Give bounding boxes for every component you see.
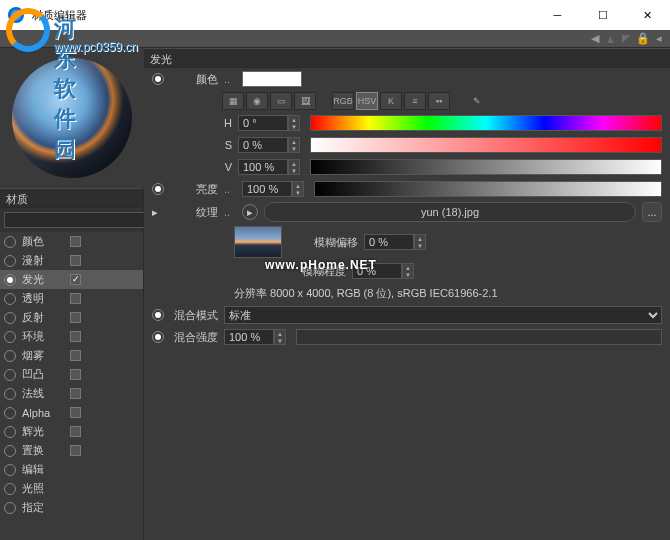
app-icon <box>8 7 24 23</box>
channel-checkbox[interactable] <box>70 331 81 342</box>
maximize-button[interactable]: ☐ <box>580 0 625 30</box>
s-down[interactable]: ▼ <box>289 145 299 152</box>
channel-指定[interactable]: 指定 <box>0 498 143 517</box>
val-slider[interactable] <box>310 159 662 175</box>
channel-checkbox[interactable] <box>70 426 81 437</box>
hue-slider[interactable] <box>310 115 662 131</box>
texture-file-field[interactable]: yun (18).jpg <box>264 202 636 222</box>
color-swatch[interactable] <box>242 71 302 87</box>
channel-checkbox[interactable] <box>70 445 81 456</box>
channel-置换[interactable]: 置换 <box>0 441 143 460</box>
layer-name-input[interactable] <box>4 212 152 228</box>
expand-dots[interactable]: .. <box>224 73 236 85</box>
lock-icon[interactable]: 🔒 <box>636 32 650 45</box>
nav-back-icon[interactable]: ◀ <box>591 32 599 45</box>
channel-光照[interactable]: 光照 <box>0 479 143 498</box>
picture-mode-icon[interactable]: 🖼 <box>294 92 316 110</box>
brightness-dots[interactable]: .. <box>224 183 236 195</box>
h-down[interactable]: ▼ <box>289 123 299 130</box>
channel-checkbox[interactable] <box>70 312 81 323</box>
channel-checkbox[interactable] <box>70 350 81 361</box>
channel-烟雾[interactable]: 烟雾 <box>0 346 143 365</box>
swatches-icon[interactable]: ▪▪ <box>428 92 450 110</box>
rgb-button[interactable]: RGB <box>332 92 354 110</box>
preview-sphere <box>12 58 132 178</box>
nav-fwd-icon[interactable]: ◤ <box>622 32 630 45</box>
blend-strength-ring-icon[interactable] <box>152 331 164 343</box>
channel-checkbox[interactable] <box>70 255 81 266</box>
channel-checkbox[interactable] <box>70 388 81 399</box>
texture-dots[interactable]: .. <box>224 206 236 218</box>
bright-down[interactable]: ▼ <box>293 189 303 196</box>
brightness-ring-icon[interactable] <box>152 183 164 195</box>
channel-checkbox[interactable] <box>70 407 81 418</box>
section-header-material: 材质 <box>0 188 143 208</box>
channel-checkbox[interactable] <box>70 236 81 247</box>
v-down[interactable]: ▼ <box>289 167 299 174</box>
color-ring-icon[interactable] <box>152 73 164 85</box>
minimize-button[interactable]: ─ <box>535 0 580 30</box>
channel-凹凸[interactable]: 凹凸 <box>0 365 143 384</box>
channel-checkbox[interactable] <box>70 274 81 285</box>
texture-play-icon[interactable]: ▸ <box>242 204 258 220</box>
channel-法线[interactable]: 法线 <box>0 384 143 403</box>
blend-mode-select[interactable]: 标准 <box>224 306 662 324</box>
channel-label: 透明 <box>22 291 64 306</box>
menu-icon[interactable]: ◂ <box>656 32 662 45</box>
texture-thumbnail[interactable] <box>234 226 282 258</box>
s-up[interactable]: ▲ <box>289 138 299 145</box>
blend-strength-input[interactable] <box>224 329 274 345</box>
channel-透明[interactable]: 透明 <box>0 289 143 308</box>
channel-ring-icon <box>4 445 16 457</box>
texture-expand-icon[interactable]: ▸ <box>152 206 164 219</box>
channel-Alpha[interactable]: Alpha <box>0 403 143 422</box>
v-input[interactable] <box>238 159 288 175</box>
group-header-glow: 发光 <box>144 48 670 68</box>
channel-label: 发光 <box>22 272 64 287</box>
h-input[interactable] <box>238 115 288 131</box>
channel-颜色[interactable]: 颜色 <box>0 232 143 251</box>
channel-辉光[interactable]: 辉光 <box>0 422 143 441</box>
color-label: 颜色 <box>170 72 218 87</box>
channel-环境[interactable]: 环境 <box>0 327 143 346</box>
v-up[interactable]: ▲ <box>289 160 299 167</box>
blur-scale-input[interactable] <box>352 263 402 279</box>
wheel-mode-icon[interactable]: ◉ <box>246 92 268 110</box>
channel-label: 法线 <box>22 386 64 401</box>
spectrum-mode-icon[interactable]: ▭ <box>270 92 292 110</box>
s-input[interactable] <box>238 137 288 153</box>
blend-mode-ring-icon[interactable] <box>152 309 164 321</box>
h-up[interactable]: ▲ <box>289 116 299 123</box>
channel-ring-icon <box>4 293 16 305</box>
close-button[interactable]: ✕ <box>625 0 670 30</box>
channel-checkbox[interactable] <box>70 369 81 380</box>
channel-发光[interactable]: 发光 <box>0 270 143 289</box>
channel-编辑[interactable]: 编辑 <box>0 460 143 479</box>
window-title: 材质编辑器 <box>32 8 535 23</box>
blur-offset-input[interactable] <box>364 234 414 250</box>
channel-ring-icon <box>4 369 16 381</box>
channel-反射[interactable]: 反射 <box>0 308 143 327</box>
channel-label: 烟雾 <box>22 348 64 363</box>
channel-ring-icon <box>4 350 16 362</box>
v-label: V <box>218 161 232 173</box>
nav-up-icon[interactable]: ▲ <box>605 33 616 45</box>
mixer-icon[interactable]: ≡ <box>404 92 426 110</box>
channel-漫射[interactable]: 漫射 <box>0 251 143 270</box>
hsv-button[interactable]: HSV <box>356 92 378 110</box>
brightness-slider[interactable] <box>314 181 662 197</box>
channel-ring-icon <box>4 407 16 419</box>
channel-checkbox[interactable] <box>70 293 81 304</box>
sat-slider[interactable] <box>310 137 662 153</box>
material-preview[interactable] <box>0 48 144 188</box>
brightness-input[interactable] <box>242 181 292 197</box>
blend-strength-slider[interactable] <box>296 329 662 345</box>
channel-label: Alpha <box>22 407 64 419</box>
kelvin-button[interactable]: K <box>380 92 402 110</box>
layer-bar: ▸ ↖ <box>0 208 143 232</box>
slider-mode-icon[interactable]: ▦ <box>222 92 244 110</box>
bright-up[interactable]: ▲ <box>293 182 303 189</box>
eyedropper-icon[interactable]: ✎ <box>466 92 488 110</box>
blur-offset-label: 模糊偏移 <box>302 235 358 250</box>
texture-browse-button[interactable]: ... <box>642 202 662 222</box>
